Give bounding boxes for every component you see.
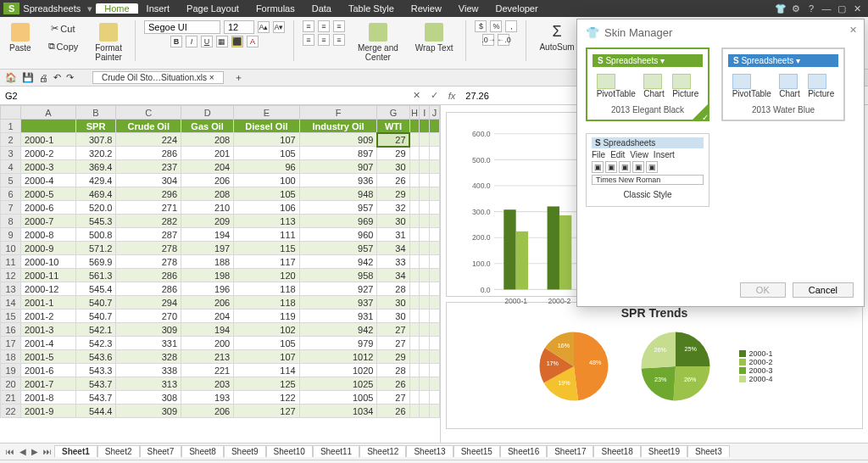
fill-color-button[interactable]: ⬛ [231,36,243,47]
cell[interactable]: 287 [116,228,181,242]
cell[interactable]: 307.8 [75,133,116,147]
cell[interactable]: 931 [299,310,377,323]
col-header[interactable]: C [116,106,181,120]
cell[interactable]: 193 [181,391,234,404]
cut-button[interactable]: ✂Cut [47,20,79,36]
cell[interactable]: 296 [116,187,181,201]
row-header[interactable]: 6 [1,187,21,201]
cell[interactable]: 105 [234,337,299,350]
cell[interactable]: 544.4 [75,404,116,418]
italic-button[interactable]: I [186,36,198,47]
font-size-select[interactable] [224,20,254,34]
cell[interactable]: 208 [181,187,234,201]
sheet-tab[interactable]: Sheet17 [547,445,593,457]
align-center-button[interactable]: ≡ [318,34,330,46]
cell[interactable]: 26 [377,377,409,391]
theme-elegant-black[interactable]: S Spreadsheets ▾ PivotTable Chart Pictur… [586,47,709,121]
cell[interactable]: 201 [181,147,234,160]
cell[interactable]: 32 [377,201,409,215]
cell[interactable]: 309 [116,404,181,418]
cell[interactable]: 2001-5 [21,350,76,364]
row-header[interactable]: 22 [1,404,21,418]
shrink-font-button[interactable]: A▾ [273,21,285,33]
cell[interactable]: 29 [377,147,409,160]
menu-tab-table-style[interactable]: Table Style [340,3,403,14]
col-header[interactable]: J [430,106,440,120]
cell[interactable]: 208 [181,133,234,147]
cell[interactable]: 545.3 [75,215,116,228]
col-header[interactable]: F [299,106,377,120]
cell[interactable]: 2001-6 [21,364,76,377]
cell[interactable]: 127 [234,404,299,418]
cell[interactable]: 569.9 [75,255,116,269]
cell[interactable]: 118 [234,282,299,296]
cell[interactable]: 907 [299,160,377,174]
col-header[interactable]: A [21,106,76,120]
cell[interactable]: 2001-7 [21,377,76,391]
cell[interactable]: 28 [377,282,409,296]
col-header[interactable]: G [377,106,409,120]
cell[interactable]: 542.3 [75,337,116,350]
font-name-select[interactable] [144,20,220,34]
cell[interactable]: 543.3 [75,364,116,377]
cell[interactable]: 969 [299,215,377,228]
cell[interactable]: 213 [181,350,234,364]
app-badge[interactable]: S [3,3,19,14]
col-header[interactable]: E [234,106,299,120]
sheet-tab[interactable]: Sheet9 [224,445,266,457]
cell[interactable]: 119 [234,310,299,323]
cell[interactable]: 520.0 [75,201,116,215]
cell[interactable]: 948 [299,187,377,201]
row-header[interactable]: 16 [1,323,21,337]
row-header[interactable]: 4 [1,160,21,174]
row-header[interactable]: 5 [1,174,21,187]
grow-font-button[interactable]: A▴ [258,21,270,33]
cell[interactable]: 545.4 [75,282,116,296]
theme-classic[interactable]: S Spreadsheets File Edit View Insert ▣▣▣… [586,133,709,207]
accept-formula-icon[interactable]: ✓ [426,90,443,101]
document-tab[interactable]: Crude Oil Sto…Situation.xls × [92,71,224,84]
menu-tab-developer[interactable]: Developer [487,3,547,14]
cell[interactable]: 294 [116,296,181,310]
restore-icon[interactable]: ▢ [834,3,849,14]
cell[interactable]: 429.4 [75,174,116,187]
cell[interactable]: 114 [234,364,299,377]
cell[interactable]: 270 [116,310,181,323]
cell[interactable]: 338 [116,364,181,377]
copy-button[interactable]: ⧉Copy [44,38,83,54]
cell[interactable]: 278 [116,242,181,255]
cell[interactable]: 198 [181,269,234,282]
cell[interactable]: 27 [377,323,409,337]
cell[interactable]: 107 [234,133,299,147]
cell[interactable]: 2000-9 [21,242,76,255]
menu-tab-data[interactable]: Data [303,3,340,14]
skin-ok-button[interactable]: OK [740,282,786,298]
sheet-tab[interactable]: Sheet13 [406,445,453,457]
name-box[interactable] [0,89,408,103]
cell[interactable]: 937 [299,296,377,310]
row-header[interactable]: 7 [1,201,21,215]
settings-icon[interactable]: ⚙ [788,3,804,14]
table-header-cell[interactable]: Industry Oil [299,120,377,133]
cell[interactable]: 958 [299,269,377,282]
cell[interactable]: 2001-2 [21,310,76,323]
cell[interactable]: 237 [116,160,181,174]
cell[interactable]: 27 [377,337,409,350]
qat-undo-icon[interactable]: ↶ [53,72,61,83]
cell[interactable]: 2000-7 [21,215,76,228]
row-header[interactable]: 8 [1,215,21,228]
bold-button[interactable]: B [170,36,182,47]
cell[interactable]: 957 [299,201,377,215]
cell[interactable]: 1005 [299,391,377,404]
cell[interactable]: 206 [181,404,234,418]
cell[interactable]: 125 [234,377,299,391]
cell[interactable]: 29 [377,187,409,201]
cell[interactable]: 2000-11 [21,269,76,282]
sheet-nav-prev[interactable]: ◀ [17,447,29,456]
sheet-tab[interactable]: Sheet15 [453,445,500,457]
sheet-tab[interactable]: Sheet11 [313,445,359,457]
qat-print-icon[interactable]: 🖨 [39,73,48,83]
wrap-text-button[interactable]: Wrap Text [411,20,458,55]
qat-redo-icon[interactable]: ↷ [66,72,74,83]
autosum-button[interactable]: Σ AutoSum [535,20,578,54]
